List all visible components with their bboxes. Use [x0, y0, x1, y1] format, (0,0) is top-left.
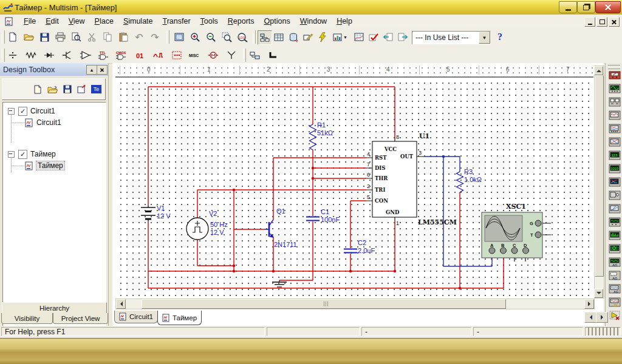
menu-view[interactable]: View	[64, 15, 90, 27]
save-button[interactable]	[38, 30, 51, 44]
place-basic-button[interactable]	[24, 49, 38, 62]
place-source-button[interactable]	[6, 49, 19, 62]
agilent-oscilloscope-button[interactable]: AG	[607, 283, 622, 295]
place-digital-button[interactable]: 01	[134, 49, 147, 62]
close-button[interactable]	[595, 1, 621, 13]
toggle-design-toolbox-button[interactable]	[258, 30, 272, 45]
toolbar-grip[interactable]	[253, 30, 256, 44]
close-sheet-icon[interactable]	[77, 85, 86, 93]
maximize-button[interactable]	[577, 1, 595, 13]
place-rf-button[interactable]	[225, 49, 238, 62]
new-schematic-icon[interactable]	[33, 85, 42, 94]
redo-button[interactable]: ↷	[148, 30, 162, 44]
word-generator-button[interactable]: 1010	[607, 163, 622, 175]
sheet-tab-circuit1[interactable]: Circuit1	[114, 311, 158, 323]
tab-visibility[interactable]: Visibility	[1, 313, 53, 324]
measurement-probe-button[interactable]	[607, 309, 622, 322]
menu-place[interactable]: Place	[90, 15, 118, 27]
zoom-out-button[interactable]	[204, 30, 217, 44]
vertical-scroll-thumb[interactable]	[595, 75, 604, 277]
scroll-up-button[interactable]	[594, 66, 603, 75]
multimeter-button[interactable]	[607, 69, 622, 81]
back-annotate-button[interactable]	[381, 30, 395, 44]
menu-transfer[interactable]: Transfer	[158, 15, 196, 27]
place-cmos-button[interactable]: CMOS	[115, 49, 129, 62]
checkbox-checked-icon[interactable]: ✓	[18, 150, 27, 159]
spectrum-analyzer-button[interactable]	[607, 229, 622, 241]
schematic-canvas[interactable]	[115, 78, 593, 297]
undo-button[interactable]: ↶	[132, 30, 146, 44]
menu-options[interactable]: Options	[259, 15, 295, 27]
tree-root-circuit1[interactable]: ✓ Circuit1	[8, 106, 55, 116]
new-button[interactable]	[6, 30, 19, 44]
open-button[interactable]	[22, 30, 35, 44]
menu-edit[interactable]: Edit	[41, 15, 64, 27]
run-simulation-button[interactable]	[316, 30, 329, 44]
toolbar-grip[interactable]	[2, 49, 5, 62]
place-mixed-button[interactable]	[152, 49, 165, 62]
sheet-tab-timer[interactable]: Таймер	[157, 311, 202, 325]
minimize-button[interactable]	[559, 1, 577, 13]
tree-root-circuit1-label[interactable]: Circuit1	[30, 107, 55, 115]
help-button[interactable]: ?	[493, 30, 507, 44]
rename-icon[interactable]: Te	[91, 85, 101, 93]
mdi-minimize-button[interactable]	[584, 17, 595, 27]
frequency-counter-button[interactable]: 123	[607, 149, 622, 161]
resize-grip[interactable]	[585, 327, 621, 336]
place-analog-button[interactable]	[79, 49, 92, 62]
hierarchical-block-button[interactable]	[248, 49, 261, 62]
logic-analyzer-button[interactable]	[607, 176, 622, 188]
place-diode-button[interactable]	[43, 49, 56, 62]
tree-item-timer-label[interactable]: Таймер	[36, 161, 64, 170]
zoom-area-button[interactable]	[220, 30, 233, 44]
zoom-full-button[interactable]: 100	[236, 30, 249, 44]
erc-check-button[interactable]	[367, 30, 380, 44]
print-button[interactable]	[53, 30, 67, 44]
place-indicator-button[interactable]	[170, 49, 183, 62]
toggle-fullscreen-button[interactable]	[173, 30, 186, 44]
print-preview-button[interactable]	[69, 30, 83, 44]
tab-project-view[interactable]: Project View	[53, 313, 108, 324]
tree-item-timer[interactable]: Таймер	[25, 160, 64, 171]
cut-button[interactable]	[85, 30, 98, 44]
panel-collapse-button[interactable]: ▴	[86, 65, 97, 75]
menu-reports[interactable]: Reports	[223, 15, 259, 27]
mdi-restore-button[interactable]	[596, 17, 607, 27]
collapse-minus-icon[interactable]	[8, 108, 15, 115]
menu-help[interactable]: Help	[332, 15, 357, 27]
open-icon[interactable]	[47, 85, 58, 94]
design-toolbox-header[interactable]: Design Toolbox ▴	[0, 63, 108, 76]
wattmeter-button[interactable]	[607, 96, 622, 108]
menu-file[interactable]: File	[19, 15, 41, 27]
tab-hierarchy[interactable]: Hierarchy	[2, 302, 107, 314]
panel-close-button[interactable]	[97, 65, 108, 75]
tree-root-timer-label[interactable]: Таймер	[30, 150, 56, 158]
toolbar-grip[interactable]	[2, 30, 5, 44]
distortion-analyzer-button[interactable]	[607, 216, 622, 228]
in-use-list-combobox[interactable]: --- In Use List --- ▼	[412, 31, 491, 44]
scroll-down-button[interactable]	[594, 289, 603, 298]
horizontal-scroll-thumb[interactable]	[142, 299, 506, 309]
place-misc-button[interactable]: MISC	[188, 49, 202, 62]
database-manager-button[interactable]	[287, 30, 300, 44]
combobox-dropdown-button[interactable]: ▼	[479, 32, 490, 44]
save-icon[interactable]	[63, 85, 72, 93]
tab-scroll-left-button[interactable]	[584, 312, 596, 323]
collapse-minus-icon[interactable]	[8, 151, 15, 158]
agilent-function-generator-button[interactable]: AG	[607, 256, 622, 268]
forward-annotate-button[interactable]	[396, 30, 409, 44]
menu-simulate[interactable]: Simulate	[118, 15, 158, 27]
place-electromechanical-button[interactable]	[207, 49, 220, 62]
agilent-multimeter-button[interactable]: AG	[607, 269, 622, 281]
tree-root-timer[interactable]: ✓ Таймер	[8, 149, 56, 160]
mdi-close-button[interactable]	[609, 17, 620, 27]
toolbar-grip[interactable]	[243, 49, 246, 62]
tree-item-circuit1-label[interactable]: Circuit1	[36, 118, 61, 127]
schematic-workspace[interactable]: 0 1 2 3 4 5 6 7 V1 12 V	[112, 63, 604, 326]
toolbar-grip[interactable]	[166, 30, 169, 44]
paste-button[interactable]	[117, 30, 130, 44]
place-transistor-button[interactable]	[61, 49, 74, 62]
scroll-right-button[interactable]	[584, 299, 594, 309]
toolbar-grip[interactable]	[608, 65, 620, 69]
place-ttl-button[interactable]: TTL	[97, 49, 111, 62]
